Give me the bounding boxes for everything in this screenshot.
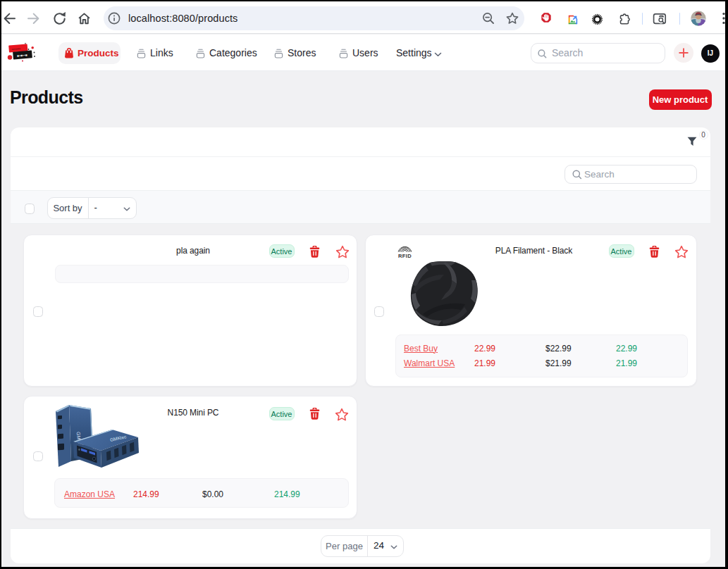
svg-text:RFID: RFID (398, 253, 412, 259)
